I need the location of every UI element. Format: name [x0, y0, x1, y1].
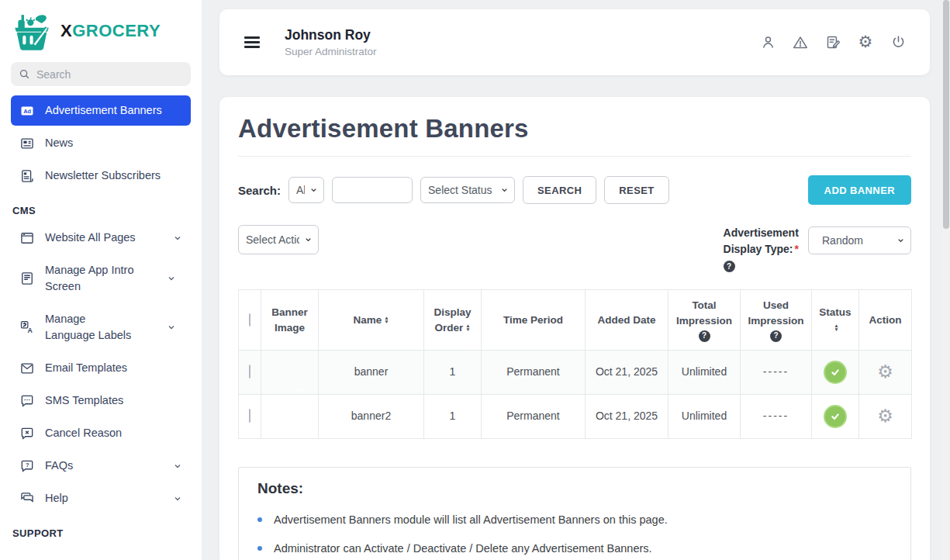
user-role: Super Administrator [285, 46, 377, 57]
filter-row: Search: All Select Status SEARCH RESET A… [238, 175, 911, 205]
note-item: Advertisement Banners module will list a… [257, 513, 892, 526]
title-divider [238, 156, 911, 157]
hamburger-menu-icon[interactable] [243, 33, 261, 51]
sidebar-item-sms-templates[interactable]: SMS Templates [11, 385, 191, 416]
sidebar-item-email-templates[interactable]: Email Templates [11, 353, 191, 383]
sidebar-item-manage-app-intro-screen[interactable]: Manage App Intro Screen [11, 255, 166, 302]
main-content: Advertisement Banners Search: All Select… [219, 97, 930, 560]
logout-power-icon[interactable] [890, 34, 907, 51]
row-checkbox[interactable] [249, 365, 250, 379]
action-row: Select Action Advertisement Display Type… [238, 225, 911, 274]
help-question-icon[interactable]: ? [770, 330, 782, 342]
cell-display-order: 1 [424, 395, 482, 439]
help-chat-icon [19, 491, 35, 506]
col-total-impression: Total Impression? [668, 290, 741, 351]
sidebar-search-input[interactable] [36, 68, 183, 81]
row-checkbox[interactable] [249, 409, 250, 423]
translate-icon: A [19, 320, 35, 335]
search-button[interactable]: SEARCH [523, 176, 596, 204]
sidebar-item-label: FAQs [45, 458, 163, 474]
profile-icon[interactable] [759, 34, 776, 51]
sidebar-item-advertisement-banners[interactable]: Ad Advertisement Banners [11, 95, 191, 126]
search-label: Search: [238, 184, 281, 197]
col-added-date: Added Date [586, 290, 668, 351]
col-action: Action [859, 290, 912, 351]
cell-display-order: 1 [424, 351, 482, 395]
sidebar-search[interactable] [11, 62, 191, 86]
table-row: Ads banner 1 Permanent Oct 21, 2025 Unli… [239, 351, 912, 395]
sidebar-item-manage-language-labels[interactable]: A Manage Language Labels [11, 304, 166, 351]
chevron-down-icon [500, 186, 509, 195]
sidebar-item-label: Manage Language Labels [45, 311, 138, 344]
banners-table: Banner Image Name▲▼ Display Order▲▼ Time… [238, 289, 912, 439]
sidebar-item-cancel-reason[interactable]: Cancel Reason [11, 418, 191, 448]
status-active-icon[interactable] [824, 361, 847, 384]
sidebar-item-newsletter-subscribers[interactable]: Newsletter Subscribers [11, 161, 191, 191]
sidebar-nav: Ad Advertisement Banners News Newsletter… [0, 95, 202, 543]
chevron-down-icon [896, 237, 905, 245]
sidebar-item-label: Website All Pages [45, 230, 163, 246]
search-type-select[interactable]: All [288, 177, 324, 203]
search-input[interactable] [332, 177, 413, 203]
top-header: Johnson Roy Super Administrator ⚙ [219, 9, 930, 75]
sidebar-item-label: SMS Templates [45, 392, 182, 409]
sort-icon: ▲▼ [834, 323, 838, 331]
display-type-select[interactable]: Random [808, 226, 911, 254]
chevron-down-icon [173, 494, 182, 503]
display-type-label: Advertisement Display Type:* ? [724, 225, 799, 274]
sidebar-item-label: Newsletter Subscribers [45, 168, 182, 184]
add-banner-button[interactable]: ADD BANNER [808, 175, 911, 205]
sidebar-section-support: SUPPORT [0, 516, 202, 543]
row-action-gear-icon[interactable]: ⚙ [877, 406, 893, 426]
chevron-down-icon [167, 274, 176, 283]
grocery-basket-icon [11, 11, 53, 51]
col-name[interactable]: Name▲▼ [319, 290, 424, 351]
sidebar-item-website-all-pages[interactable]: Website All Pages [11, 223, 191, 253]
brand-name: XGROCERY [60, 21, 161, 41]
sidebar-item-news[interactable]: News [11, 128, 191, 158]
email-icon [19, 361, 35, 376]
sidebar-section-cms: CMS [0, 193, 202, 220]
col-display-order[interactable]: Display Order▲▼ [424, 290, 482, 351]
faq-icon: ? [19, 458, 35, 474]
reset-button[interactable]: RESET [604, 176, 668, 204]
col-banner-image: Banner Image [261, 290, 319, 351]
svg-text:?: ? [26, 461, 29, 468]
status-select[interactable]: Select Status [420, 177, 515, 203]
cell-name: banner2 [319, 395, 424, 439]
col-status[interactable]: Status▲▼ [812, 290, 859, 351]
webpage-icon [19, 230, 35, 246]
select-all-header [239, 290, 261, 351]
bulk-action-select[interactable]: Select Action [238, 225, 319, 254]
cell-name: banner [319, 351, 424, 395]
sidebar: XGROCERY Ad Advertisement Banners News N… [0, 0, 202, 560]
sidebar-item-label: Advertisement Banners [45, 102, 182, 119]
bullet-dot [257, 546, 262, 551]
sort-icon: ▲▼ [465, 323, 470, 331]
user-block: Johnson Roy Super Administrator [285, 27, 377, 57]
alert-icon[interactable] [792, 34, 809, 51]
select-all-checkbox[interactable] [249, 313, 250, 327]
help-question-icon[interactable]: ? [699, 330, 710, 342]
help-question-icon[interactable]: ? [724, 261, 735, 272]
app-intro-icon [19, 271, 35, 286]
table-header-row: Banner Image Name▲▼ Display Order▲▼ Time… [239, 290, 912, 351]
sidebar-item-help[interactable]: Help [11, 483, 191, 513]
row-action-gear-icon[interactable]: ⚙ [877, 361, 893, 382]
scrollbar-thumb[interactable] [943, 0, 949, 229]
status-active-icon[interactable] [824, 405, 847, 428]
sidebar-item-label: Manage App Intro Screen [45, 262, 138, 295]
chevron-down-icon [167, 323, 176, 332]
form-edit-icon[interactable] [824, 34, 841, 51]
ad-icon: Ad [19, 103, 35, 119]
sidebar-item-label: Help [45, 490, 163, 506]
user-name: Johnson Roy [285, 27, 377, 43]
table-row: banner2 1 Permanent Oct 21, 2025 Unlimit… [239, 395, 912, 439]
notes-panel: Notes: Advertisement Banners module will… [238, 467, 911, 560]
sidebar-item-faqs[interactable]: ? FAQs [11, 451, 191, 481]
cell-time-period: Permanent [482, 395, 586, 439]
brand-logo: XGROCERY [0, 0, 202, 60]
settings-gear-icon[interactable]: ⚙ [857, 34, 874, 51]
sms-icon [19, 393, 35, 409]
sidebar-item-label: Cancel Reason [45, 425, 182, 441]
